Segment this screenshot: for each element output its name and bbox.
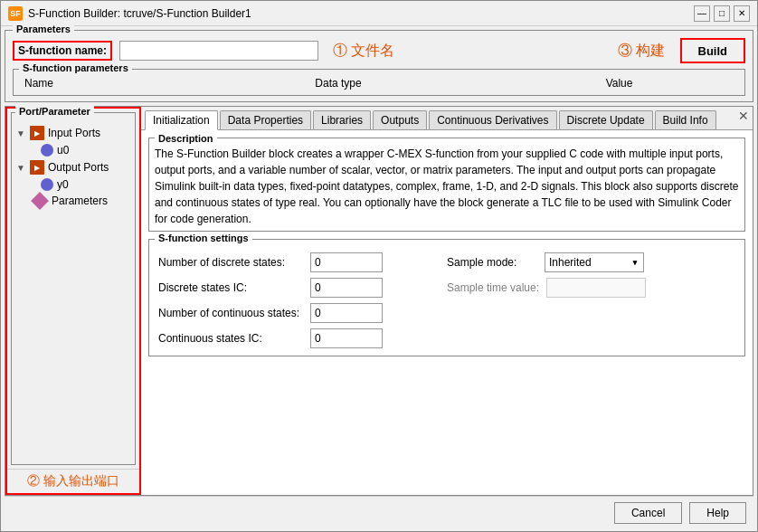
tree-item-input-ports[interactable]: ▼ ▶ Input Ports (15, 124, 131, 142)
help-button[interactable]: Help (689, 502, 746, 524)
discrete-states-label: Number of discrete states: (158, 256, 303, 269)
continuous-states-input[interactable] (310, 303, 383, 323)
sample-time-row: Sample time value: (447, 278, 735, 298)
sample-mode-select-wrapper: Inherited Continuous Discrete ▼ (545, 252, 644, 272)
input-ports-toggle: ▼ (15, 128, 26, 138)
tree-area: ▼ ▶ Input Ports u0 ▼ ▶ (14, 120, 133, 213)
discrete-states-input[interactable] (310, 252, 383, 272)
bottom-bar: Cancel Help (5, 496, 753, 527)
settings-grid: Number of discrete states: Discrete stat… (158, 252, 735, 348)
body-area: Port/Parameter ▼ ▶ Input Ports u0 (5, 106, 753, 496)
tab-libraries[interactable]: Libraries (313, 110, 371, 129)
u0-label: u0 (57, 144, 69, 157)
title-bar-controls: — □ ✕ (694, 5, 750, 22)
tab-discrete-update[interactable]: Discrete Update (559, 110, 653, 129)
sfunc-params-section-label: S-function parameters (19, 62, 132, 73)
right-panel: ✕ Initialization Data Properties Librari… (141, 107, 753, 495)
main-window: SF S-Function Builder: tcruve/S-Function… (0, 0, 758, 532)
window-icon: SF (8, 6, 23, 21)
port-param-container: Port/Parameter ▼ ▶ Input Ports u0 (11, 112, 136, 465)
parameters-label: Parameters (52, 195, 108, 207)
sample-time-input[interactable] (546, 278, 646, 298)
sample-mode-row: Sample mode: Inherited Continuous Discre… (447, 252, 735, 272)
u0-icon (41, 144, 53, 157)
sample-time-label: Sample time value: (447, 281, 539, 294)
continuous-states-row: Number of continuous states: (158, 303, 447, 323)
left-panel: Port/Parameter ▼ ▶ Input Ports u0 (5, 107, 141, 495)
settings-label: S-function settings (155, 233, 252, 243)
sfunc-name-label: S-function name: (13, 41, 112, 61)
y0-label: y0 (57, 178, 69, 191)
port-param-section-label: Port/Parameter (15, 106, 94, 117)
sample-mode-select[interactable]: Inherited Continuous Discrete (545, 252, 644, 272)
window-title: S-Function Builder: tcruve/S-Function Bu… (28, 7, 251, 20)
tree-item-y0[interactable]: y0 (15, 176, 131, 193)
description-text: The S-Function Builder block creates a w… (155, 146, 739, 227)
tabs-row: Initialization Data Properties Libraries… (141, 107, 753, 130)
continuous-states-label: Number of continuous states: (158, 307, 303, 319)
sfunc-params-header: Name Data type Value (17, 75, 741, 91)
build-button[interactable]: Build (680, 38, 746, 63)
input-ports-icon: ▶ (30, 126, 44, 140)
col-datatype-header: Data type (315, 77, 442, 90)
description-box: Description The S-Function Builder block… (148, 138, 745, 232)
parameters-icon (31, 192, 49, 210)
tab-data-properties[interactable]: Data Properties (220, 110, 311, 129)
continuous-ic-input[interactable] (310, 328, 383, 348)
minimize-button[interactable]: — (694, 5, 710, 22)
tab-outputs[interactable]: Outputs (373, 110, 427, 129)
continuous-ic-label: Continuous states IC: (158, 332, 303, 345)
settings-left-col: Number of discrete states: Discrete stat… (158, 252, 447, 348)
discrete-ic-input[interactable] (310, 278, 383, 298)
y0-icon (41, 178, 53, 191)
maximize-button[interactable]: □ (714, 5, 730, 22)
annotation-1: ① 文件名 (333, 42, 394, 61)
description-label: Description (155, 131, 217, 147)
parameters-section-label: Parameters (13, 24, 74, 34)
sample-mode-label: Sample mode: (447, 256, 537, 269)
tab-initialization[interactable]: Initialization (145, 110, 218, 130)
discrete-ic-label: Discrete states IC: (158, 281, 303, 294)
parameters-section: Parameters S-function name: ① 文件名 ③ 构建 B… (5, 30, 753, 102)
discrete-states-row: Number of discrete states: (158, 252, 447, 272)
tab-content-initialization: Description The S-Function Builder block… (141, 130, 753, 495)
sfunc-name-input[interactable] (119, 41, 318, 61)
annotation-2: ② 输入输出端口 (7, 469, 139, 493)
settings-right-col: Sample mode: Inherited Continuous Discre… (447, 252, 735, 348)
discrete-ic-row: Discrete states IC: (158, 278, 447, 298)
tree-item-parameters[interactable]: Parameters (15, 193, 131, 209)
main-content: Parameters S-function name: ① 文件名 ③ 构建 B… (1, 26, 757, 531)
title-bar: SF S-Function Builder: tcruve/S-Function… (1, 1, 757, 26)
input-ports-label: Input Ports (48, 127, 100, 139)
panel-close-button[interactable]: ✕ (738, 109, 749, 123)
output-ports-icon: ▶ (30, 160, 44, 175)
output-ports-toggle: ▼ (15, 163, 26, 173)
tab-continuous-derivatives[interactable]: Continuous Derivatives (429, 110, 556, 129)
col-name-header: Name (24, 77, 152, 90)
tree-item-u0[interactable]: u0 (15, 142, 131, 158)
window-close-button[interactable]: ✕ (734, 5, 750, 22)
title-bar-left: SF S-Function Builder: tcruve/S-Function… (8, 6, 251, 21)
settings-box: S-function settings Number of discrete s… (148, 239, 745, 356)
annotation-3: ③ 构建 (618, 42, 665, 61)
col-value-header: Value (606, 77, 734, 90)
tab-build-info[interactable]: Build Info (655, 110, 716, 129)
sfunc-name-row: S-function name: ① 文件名 ③ 构建 Build (13, 38, 745, 63)
continuous-ic-row: Continuous states IC: (158, 328, 447, 348)
output-ports-label: Output Ports (48, 161, 109, 174)
cancel-button[interactable]: Cancel (614, 502, 682, 524)
tree-item-output-ports[interactable]: ▼ ▶ Output Ports (15, 158, 131, 176)
